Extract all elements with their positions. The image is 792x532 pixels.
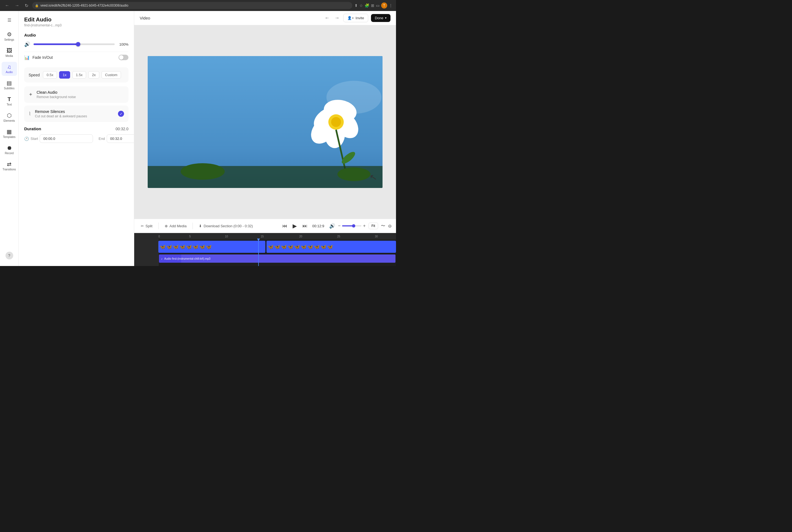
grid-icon[interactable]: ⊞ xyxy=(371,3,374,8)
sidebar-item-record[interactable]: ⏺ Record xyxy=(2,143,17,157)
thumb-4: 🦋 xyxy=(179,244,185,249)
start-label: Start xyxy=(31,137,38,141)
clean-audio-card[interactable]: ✦ Clean Audio Remove background noise xyxy=(24,86,128,103)
zoom-slider[interactable] xyxy=(342,225,361,226)
sidebar-item-settings[interactable]: ⚙ Settings xyxy=(2,30,17,43)
sidebar-label-templates: Templates xyxy=(3,135,16,138)
fade-toggle[interactable] xyxy=(118,55,128,60)
done-button[interactable]: Done ▾ xyxy=(371,14,390,22)
audio-section-label: Audio xyxy=(24,33,128,37)
sidebar-item-audio[interactable]: ♫ Audio xyxy=(2,62,17,76)
zoom-thumb xyxy=(352,224,355,228)
ruler-20: 20 xyxy=(299,235,302,238)
split-button[interactable]: ✂ Split xyxy=(139,223,154,229)
sidebar-label-media: Media xyxy=(5,54,13,57)
speed-1x[interactable]: 1x xyxy=(59,71,70,79)
sidebar-label-elements: Elements xyxy=(4,119,15,122)
thumb-17: 🦋 xyxy=(320,244,327,249)
address-bar[interactable]: 🔒 veed.io/edit/fe2fb246-1205-4921-b045-4… xyxy=(32,2,352,9)
profile-icon[interactable]: T xyxy=(381,2,387,8)
speed-1.5x[interactable]: 1.5x xyxy=(72,71,86,79)
menu-icon[interactable]: ⋮ xyxy=(389,3,393,8)
fit-button[interactable]: Fit xyxy=(368,223,378,229)
media-icon: 🖼 xyxy=(6,48,12,53)
sidebar-label-subtitles: Subtitles xyxy=(4,87,14,90)
panel-title: Edit Audio xyxy=(24,17,128,23)
sidebar-item-subtitles[interactable]: ▤ Subtitles xyxy=(2,78,17,92)
play-button[interactable]: ▶ xyxy=(290,221,300,231)
svg-point-14 xyxy=(327,81,382,114)
volume-icon: 🔊 xyxy=(24,41,30,47)
forward-button[interactable]: → xyxy=(13,2,21,9)
thumb-15: 🦋 xyxy=(307,244,313,249)
video-track[interactable]: 🦋 🦋 🦋 🦋 🦋 🦋 🦋 🦋 🦋 🦋 🦋 xyxy=(159,240,396,254)
thumb-16: 🦋 xyxy=(314,244,320,249)
remove-silences-check[interactable]: ✓ xyxy=(118,111,124,117)
share-icon[interactable]: ⬆ xyxy=(354,3,358,8)
zoom-in-button[interactable]: + xyxy=(363,223,366,228)
svg-point-13 xyxy=(337,167,370,181)
star-icon[interactable]: ☆ xyxy=(360,3,363,8)
waveform-button[interactable]: 〜 xyxy=(381,223,385,229)
hamburger-menu[interactable]: ☰ xyxy=(5,15,14,25)
reload-button[interactable]: ↻ xyxy=(23,2,30,10)
speed-label: Speed xyxy=(29,73,40,77)
sidebar-label-text: Text xyxy=(6,103,12,106)
video-clip-2[interactable]: 🦋 🦋 🦋 🦋 🦋 🦋 🦋 🦋 🦋 🦋 xyxy=(266,241,396,253)
playback-controls: ⏮ ▶ ⏭ 00:12:9 🔊 − + Fit 〜 ⊖ xyxy=(282,221,392,231)
back-button[interactable]: ← xyxy=(3,2,11,9)
volume-thumb[interactable] xyxy=(76,42,80,46)
video-background xyxy=(148,56,383,188)
skip-forward-button[interactable]: ⏭ xyxy=(302,223,308,229)
duration-header: Duration 00:32.0 xyxy=(24,127,128,131)
help-button[interactable]: ? xyxy=(5,252,13,260)
invite-label: Invite xyxy=(355,16,364,20)
undo-button[interactable]: ← xyxy=(324,14,331,22)
sidebar-item-templates[interactable]: ▦ Templates xyxy=(2,127,17,141)
sidebar-item-transitions[interactable]: ⇄ Transitions xyxy=(2,159,17,173)
sidebar-item-media[interactable]: 🖼 Media xyxy=(2,45,17,60)
clean-audio-desc: Remove background noise xyxy=(37,95,124,99)
settings-timeline-button[interactable]: ⊖ xyxy=(388,223,392,229)
sidebar-item-elements[interactable]: ⬡ Elements xyxy=(2,111,17,125)
sidebar-toggle-icon[interactable]: ▭ xyxy=(376,3,380,8)
zoom-out-button[interactable]: − xyxy=(338,223,340,228)
ruler-10: 10 xyxy=(225,235,228,238)
split-icon: ✂ xyxy=(141,224,144,228)
settings-icon: ⚙ xyxy=(7,32,12,37)
skip-back-button[interactable]: ⏮ xyxy=(282,223,287,229)
start-input[interactable] xyxy=(40,134,93,143)
start-field: 🕐 Start xyxy=(24,134,93,143)
redo-button[interactable]: → xyxy=(333,14,340,22)
thumb-5: 🦋 xyxy=(186,244,192,249)
invite-button[interactable]: 👤+ Invite xyxy=(343,14,368,22)
download-section-button[interactable]: ⬇ Download Section (0:00 - 0:32) xyxy=(197,223,255,229)
add-media-button[interactable]: ⊕ Add Media xyxy=(163,223,189,229)
playback-volume-button[interactable]: 🔊 xyxy=(329,223,335,229)
speed-custom[interactable]: Custom xyxy=(102,71,121,79)
remove-silences-card[interactable]: ⌇ Remove Silences Cut out dead air & awk… xyxy=(24,106,128,122)
audio-track[interactable]: ♪ Audio find-(instrumental-chill-lofi).m… xyxy=(159,254,395,263)
timeline-bar: ✂ Split ⊕ Add Media ⬇ Download Section (… xyxy=(134,219,396,233)
svg-point-8 xyxy=(331,117,341,127)
ruler-15: 15 xyxy=(261,235,264,238)
speed-row: Speed 0.5x 1x 1.5x 2x Custom xyxy=(29,71,124,79)
speed-0.5x[interactable]: 0.5x xyxy=(43,71,57,79)
video-frame-svg xyxy=(148,56,383,188)
fade-row: 📊 Fade In/Out xyxy=(24,52,128,63)
video-player: ↖ xyxy=(148,56,383,188)
text-icon: T xyxy=(7,96,11,102)
remove-silences-icon: ⌇ xyxy=(29,111,31,117)
video-clip-1[interactable]: 🦋 🦋 🦋 🦋 🦋 🦋 🦋 🦋 xyxy=(159,241,265,253)
fade-label: Fade In/Out xyxy=(33,55,116,60)
top-bar-actions: ← → 👤+ Invite Done ▾ xyxy=(324,14,390,22)
ruler-30: 30 xyxy=(375,235,378,238)
volume-slider[interactable] xyxy=(34,43,115,45)
end-input[interactable] xyxy=(107,134,134,143)
record-icon: ⏺ xyxy=(6,145,12,151)
fade-icon: 📊 xyxy=(24,55,30,60)
clean-audio-title: Clean Audio xyxy=(37,90,124,95)
sidebar-item-text[interactable]: T Text xyxy=(2,94,17,108)
speed-2x[interactable]: 2x xyxy=(88,71,99,79)
extension-icon[interactable]: 🧩 xyxy=(365,3,369,8)
